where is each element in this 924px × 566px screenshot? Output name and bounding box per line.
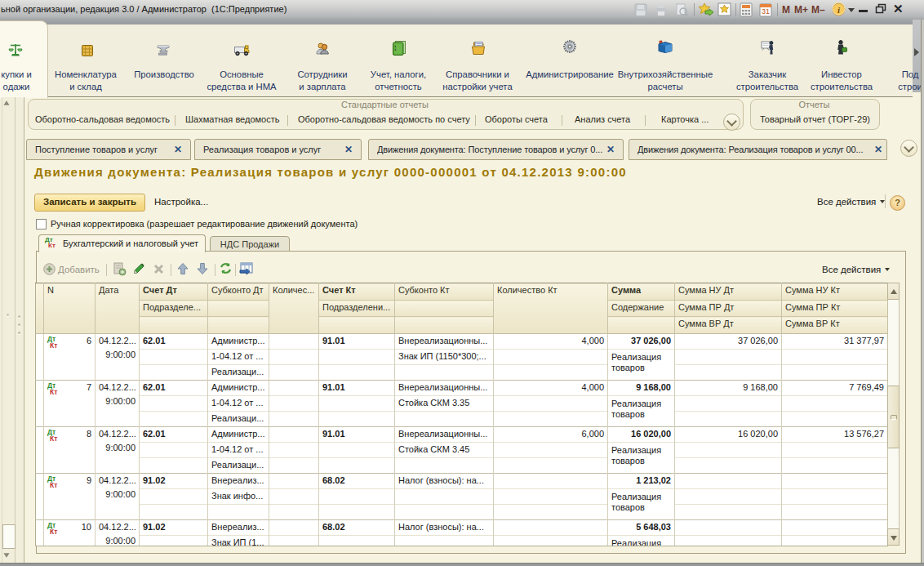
svg-text:31: 31 <box>762 7 770 16</box>
